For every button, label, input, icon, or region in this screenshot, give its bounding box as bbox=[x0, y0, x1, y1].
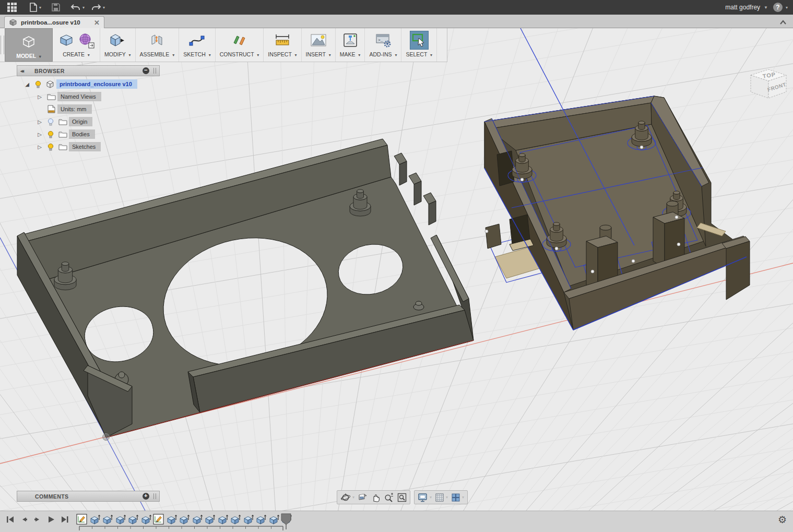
modify-box-icon[interactable] bbox=[108, 31, 127, 50]
timeline-feature-sketch[interactable] bbox=[76, 514, 87, 525]
timeline-feature-extrude[interactable] bbox=[243, 514, 254, 525]
ribbon-group-select[interactable]: SELECT ▾ bbox=[401, 28, 437, 62]
timeline-feature-extrude[interactable] bbox=[204, 514, 215, 525]
timeline-feature-extrude[interactable] bbox=[127, 514, 138, 525]
redo-icon[interactable]: ▾ bbox=[91, 3, 105, 11]
help-icon[interactable]: ? bbox=[773, 3, 783, 12]
expander-closed-icon[interactable]: ▷ bbox=[34, 94, 45, 100]
viewports-icon[interactable]: ▾ bbox=[450, 492, 465, 503]
timeline-feature-extrude[interactable] bbox=[102, 514, 113, 525]
timeline-feature-extrude[interactable] bbox=[166, 514, 177, 525]
make-printer-icon[interactable] bbox=[341, 31, 360, 50]
timeline-feature-extrude[interactable] bbox=[255, 514, 266, 525]
browser-item-label[interactable]: Named Views bbox=[57, 92, 101, 101]
timeline-step-back-icon[interactable] bbox=[19, 514, 29, 525]
timeline-skip-end-icon[interactable] bbox=[60, 514, 70, 525]
collapse-arrows-icon[interactable]: ◂◂ bbox=[20, 68, 23, 74]
timeline-feature-extrude[interactable] bbox=[115, 514, 126, 525]
undo-icon[interactable]: ▾ bbox=[70, 3, 85, 11]
assemble-icon[interactable] bbox=[148, 31, 167, 50]
user-menu[interactable]: matt godfrey▼ bbox=[725, 4, 768, 11]
visibility-bulb-icon[interactable] bbox=[45, 131, 56, 138]
comments-expand-icon[interactable]: + bbox=[143, 493, 149, 500]
timeline-play-icon[interactable] bbox=[46, 514, 56, 525]
ribbon-group-model[interactable]: MODEL ▾ bbox=[5, 28, 53, 62]
grid-display-icon[interactable]: ▾ bbox=[434, 492, 449, 503]
timeline-step-forward-icon[interactable] bbox=[32, 514, 43, 525]
visibility-bulb-icon[interactable] bbox=[32, 80, 44, 88]
save-icon[interactable] bbox=[52, 3, 60, 11]
browser-item-named-views[interactable]: ▷Named Views bbox=[17, 91, 160, 102]
sketch-icon[interactable] bbox=[187, 31, 206, 50]
comments-header[interactable]: COMMENTS + bbox=[17, 491, 160, 502]
timeline-feature-extrude[interactable] bbox=[217, 514, 228, 525]
ribbon-group-add-ins[interactable]: >_ADD-INS ▾ bbox=[365, 28, 401, 62]
zoom-icon[interactable] bbox=[383, 492, 395, 503]
help-menu[interactable]: ?▾ bbox=[773, 3, 788, 12]
browser-item-printrboard-enclosure-v10[interactable]: ◢printrboard_enclosure v10 bbox=[17, 78, 160, 90]
select-icon[interactable] bbox=[410, 31, 429, 50]
browser-item-sketches[interactable]: ▷Sketches bbox=[17, 141, 160, 152]
addins-icon[interactable]: >_ bbox=[374, 31, 393, 50]
browser-item-label[interactable]: Origin bbox=[69, 117, 92, 126]
ribbon-drag-handle[interactable] bbox=[1, 36, 4, 54]
browser-grip[interactable] bbox=[153, 68, 156, 74]
inspect-ruler-icon[interactable] bbox=[273, 31, 292, 50]
expander-open-icon[interactable]: ◢ bbox=[22, 81, 32, 87]
timeline-feature-extrude[interactable] bbox=[192, 514, 203, 525]
expander-closed-icon[interactable]: ▷ bbox=[34, 119, 45, 125]
timeline-feature-extrude[interactable] bbox=[140, 514, 151, 525]
folder-icon bbox=[56, 131, 69, 138]
ribbon-label: SKETCH ▾ bbox=[183, 51, 211, 57]
component-icon bbox=[44, 80, 56, 88]
timeline-feature-extrude[interactable] bbox=[179, 514, 190, 525]
browser-item-label[interactable]: Bodies bbox=[69, 129, 95, 139]
file-icon[interactable]: ▾ bbox=[29, 3, 41, 12]
browser-item-bodies[interactable]: ▷Bodies bbox=[17, 128, 160, 140]
timeline-feature-extrude[interactable] bbox=[89, 514, 100, 525]
browser-item-label[interactable]: Sketches bbox=[69, 142, 101, 151]
browser-minimize-icon[interactable]: − bbox=[143, 67, 149, 74]
construct-icon[interactable] bbox=[230, 31, 249, 50]
ribbon-group-make[interactable]: MAKE ▾ bbox=[336, 28, 365, 62]
expander-closed-icon[interactable]: ▷ bbox=[34, 144, 45, 150]
timeline-skip-start-icon[interactable] bbox=[5, 514, 16, 525]
timeline-feature-sketch[interactable] bbox=[153, 514, 164, 525]
app-grid-icon[interactable] bbox=[7, 3, 17, 12]
ribbon-label: MAKE ▾ bbox=[340, 51, 361, 57]
timeline-settings-gear-icon[interactable]: ⚙ bbox=[778, 514, 787, 526]
browser-item-units-mm[interactable]: Units: mm bbox=[17, 103, 160, 115]
toolbar-collapse-chevron[interactable] bbox=[779, 18, 787, 27]
display-icon[interactable]: ▾ bbox=[417, 492, 433, 503]
look-at-icon[interactable] bbox=[357, 492, 369, 503]
expander-closed-icon[interactable]: ▷ bbox=[34, 132, 45, 137]
timeline-ruler[interactable] bbox=[78, 525, 287, 531]
timeline-feature-extrude[interactable] bbox=[268, 514, 279, 525]
ribbon-group-sketch[interactable]: SKETCH ▾ bbox=[179, 28, 216, 62]
insert-image-icon[interactable] bbox=[309, 31, 328, 50]
browser-item-label[interactable]: printrboard_enclosure v10 bbox=[56, 79, 137, 89]
ribbon-group-insert[interactable]: INSERT ▾ bbox=[302, 28, 336, 62]
orbit-icon[interactable]: ▾ bbox=[339, 492, 356, 503]
comments-grip[interactable] bbox=[153, 493, 156, 499]
browser-title: BROWSER bbox=[34, 68, 138, 74]
document-tab[interactable]: printrboa...osure v10 ✕ bbox=[4, 16, 104, 28]
ribbon-group-inspect[interactable]: INSPECT ▾ bbox=[264, 28, 301, 62]
visibility-bulb-icon[interactable] bbox=[45, 143, 56, 151]
create-cube-icon[interactable] bbox=[57, 31, 76, 50]
fit-icon[interactable] bbox=[396, 492, 408, 503]
pan-icon[interactable] bbox=[370, 492, 382, 503]
browser-item-label[interactable]: Units: mm bbox=[57, 104, 92, 114]
model-cube-icon[interactable] bbox=[19, 32, 38, 51]
tab-close-icon[interactable]: ✕ bbox=[94, 19, 100, 26]
ribbon-group-assemble[interactable]: ASSEMBLE ▾ bbox=[136, 28, 180, 62]
ribbon-group-modify[interactable]: MODIFY ▾ bbox=[100, 28, 136, 62]
visibility-bulb-icon[interactable] bbox=[45, 118, 56, 126]
ribbon-group-create[interactable]: CREATE ▾ bbox=[53, 28, 100, 62]
ribbon-group-construct[interactable]: CONSTRUCT ▾ bbox=[216, 28, 264, 62]
browser-header[interactable]: ◂◂ BROWSER − bbox=[17, 65, 160, 76]
browser-item-origin[interactable]: ▷Origin bbox=[17, 116, 160, 127]
create-form-icon[interactable] bbox=[77, 31, 96, 50]
timeline-feature-extrude[interactable] bbox=[230, 514, 241, 525]
timeline-bar: ⚙ bbox=[0, 511, 793, 532]
